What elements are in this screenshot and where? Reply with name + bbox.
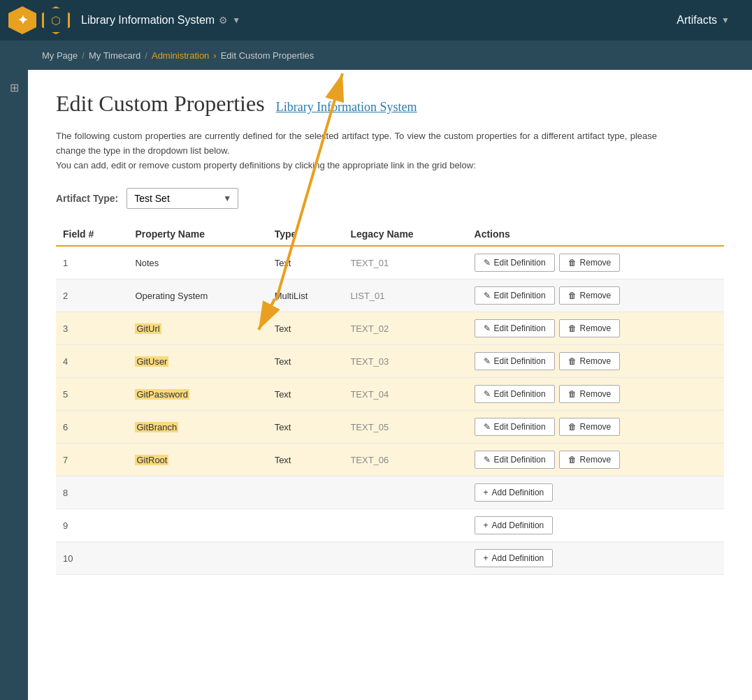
table-row: 3GitUrlTextTEXT_02✎ Edit Definition🗑 Rem…	[56, 312, 724, 345]
table-body: 1NotesTextTEXT_01✎ Edit Definition🗑 Remo…	[56, 246, 724, 575]
cell-type: MultiList	[268, 279, 344, 312]
breadcrumb-sep1: /	[82, 50, 85, 61]
remove-button[interactable]: 🗑 Remove	[559, 352, 621, 370]
artifact-type-label: Artifact Type:	[56, 193, 118, 204]
gear-icon[interactable]: ⚙	[219, 15, 228, 26]
cell-legacy-name: TEXT_06	[343, 444, 467, 476]
cell-type: Text	[268, 444, 344, 476]
cell-property-name: Operating System	[128, 279, 267, 312]
description: The following custom properties are curr…	[56, 129, 657, 173]
trash-icon: 🗑	[568, 323, 577, 333]
cell-type: Text	[268, 378, 344, 411]
table-header: Field # Property Name Type Legacy Name A…	[56, 223, 724, 246]
cell-legacy-name: LIST_01	[343, 279, 467, 312]
col-field-num: Field #	[56, 223, 128, 246]
plus-icon: +	[484, 488, 489, 497]
cell-legacy-name: TEXT_02	[343, 312, 467, 345]
remove-button[interactable]: 🗑 Remove	[559, 286, 621, 305]
edit-definition-button[interactable]: ✎ Edit Definition	[475, 352, 555, 370]
main-content: Edit Custom Properties Library Informati…	[28, 70, 752, 700]
breadcrumb-mypage[interactable]: My Page	[42, 50, 78, 61]
cell-legacy-name: TEXT_04	[343, 378, 467, 411]
breadcrumb-chevron: ›	[213, 50, 216, 61]
cell-actions: ✎ Edit Definition🗑 Remove	[468, 279, 724, 312]
edit-definition-button[interactable]: ✎ Edit Definition	[475, 385, 555, 403]
add-definition-button[interactable]: + Add Definition	[475, 516, 554, 534]
breadcrumb-sep2: /	[145, 50, 147, 61]
cell-actions: + Add Definition	[468, 542, 724, 575]
cell-type	[268, 476, 344, 509]
app-title-section: Library Information System ⚙ ▼	[81, 14, 671, 27]
table-row: 6GitBranchTextTEXT_05✎ Edit Definition🗑 …	[56, 411, 724, 444]
cell-property-name: GitRoot	[128, 444, 267, 476]
remove-button[interactable]: 🗑 Remove	[559, 385, 621, 403]
edit-definition-button[interactable]: ✎ Edit Definition	[475, 254, 555, 272]
edit-definition-button[interactable]: ✎ Edit Definition	[475, 286, 555, 305]
edit-icon: ✎	[484, 422, 491, 432]
table-row: 9+ Add Definition	[56, 509, 724, 542]
cell-field-num: 7	[56, 444, 128, 476]
cell-property-name: Notes	[128, 246, 267, 279]
app-title-dropdown-arrow[interactable]: ▼	[232, 15, 240, 25]
edit-definition-button[interactable]: ✎ Edit Definition	[475, 418, 555, 436]
trash-icon: 🗑	[568, 455, 577, 465]
cell-field-num: 2	[56, 279, 128, 312]
cell-legacy-name: TEXT_01	[343, 246, 467, 279]
table-row: 2Operating SystemMultiListLIST_01✎ Edit …	[56, 279, 724, 312]
remove-button[interactable]: 🗑 Remove	[559, 451, 621, 469]
system-link[interactable]: Library Information System	[276, 100, 417, 115]
cell-property-name: GitBranch	[128, 411, 267, 444]
cell-legacy-name	[343, 542, 467, 575]
col-actions: Actions	[468, 223, 724, 246]
remove-button[interactable]: 🗑 Remove	[559, 418, 621, 436]
breadcrumb: My Page / My Timecard / Administration ›…	[0, 41, 752, 70]
cell-property-name	[128, 476, 267, 509]
cell-actions: ✎ Edit Definition🗑 Remove	[468, 312, 724, 345]
breadcrumb-mytimecard[interactable]: My Timecard	[89, 50, 140, 61]
page-title-row: Edit Custom Properties Library Informati…	[56, 91, 724, 117]
artifacts-menu[interactable]: Artifacts ▼	[677, 14, 730, 27]
remove-button[interactable]: 🗑 Remove	[559, 254, 621, 272]
edit-icon: ✎	[484, 291, 491, 300]
cell-legacy-name: TEXT_05	[343, 411, 467, 444]
cell-actions: ✎ Edit Definition🗑 Remove	[468, 345, 724, 378]
trash-icon: 🗑	[568, 258, 577, 268]
artifact-type-select[interactable]: Test Set	[126, 188, 238, 209]
remove-button[interactable]: 🗑 Remove	[559, 319, 621, 337]
cell-field-num: 1	[56, 246, 128, 279]
cell-property-name: GitUser	[128, 345, 267, 378]
artifacts-dropdown-arrow: ▼	[721, 15, 730, 25]
cell-legacy-name: TEXT_03	[343, 345, 467, 378]
cell-field-num: 4	[56, 345, 128, 378]
breadcrumb-administration[interactable]: Administration	[152, 50, 209, 61]
trash-icon: 🗑	[568, 389, 577, 399]
cell-field-num: 8	[56, 476, 128, 509]
top-nav: ✦ ⬡ Library Information System ⚙ ▼ Artif…	[0, 0, 752, 41]
edit-definition-button[interactable]: ✎ Edit Definition	[475, 319, 555, 337]
cell-legacy-name	[343, 476, 467, 509]
cell-actions: + Add Definition	[468, 476, 724, 509]
cell-type	[268, 509, 344, 542]
cell-type	[268, 542, 344, 575]
add-definition-button[interactable]: + Add Definition	[475, 549, 554, 567]
table-row: 10+ Add Definition	[56, 542, 724, 575]
cell-actions: + Add Definition	[468, 509, 724, 542]
cell-actions: ✎ Edit Definition🗑 Remove	[468, 444, 724, 476]
artifact-type-select-wrapper: Test Set	[126, 188, 238, 209]
cell-type: Text	[268, 411, 344, 444]
col-property-name: Property Name	[128, 223, 267, 246]
cell-legacy-name	[343, 509, 467, 542]
add-definition-button[interactable]: + Add Definition	[475, 483, 554, 502]
sidebar-grid-icon[interactable]: ⊞	[10, 81, 19, 94]
cell-field-num: 3	[56, 312, 128, 345]
page-title-text: Edit Custom Properties	[56, 91, 265, 117]
artifacts-label: Artifacts	[677, 14, 717, 27]
cell-field-num: 5	[56, 378, 128, 411]
description-text1: The following custom properties are curr…	[56, 131, 657, 156]
col-type: Type	[268, 223, 344, 246]
cell-actions: ✎ Edit Definition🗑 Remove	[468, 246, 724, 279]
cell-actions: ✎ Edit Definition🗑 Remove	[468, 411, 724, 444]
cell-property-name	[128, 542, 267, 575]
edit-definition-button[interactable]: ✎ Edit Definition	[475, 451, 555, 469]
artifact-type-row: Artifact Type: Test Set	[56, 188, 724, 209]
